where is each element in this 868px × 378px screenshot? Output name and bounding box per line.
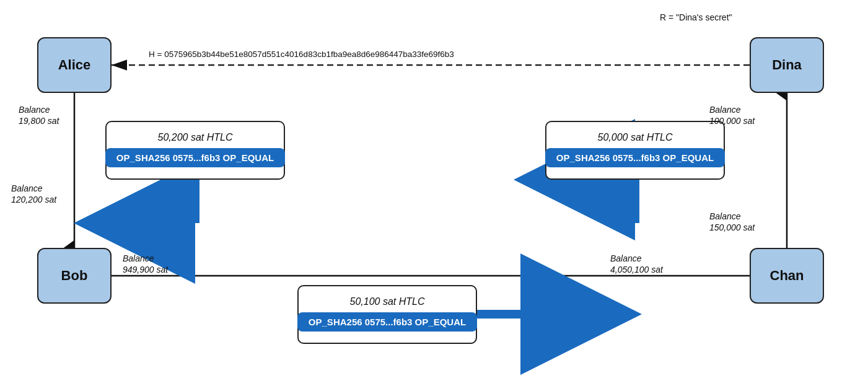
balance-alice-bottom: Balance120,200 sat [11,183,56,205]
balance-dina: Balance100,000 sat [709,104,755,126]
node-dina: Dina [750,37,824,93]
node-chan: Chan [750,248,824,304]
htlc-bob-chan: 50,100 sat HTLC OP_SHA256 0575...f6b3 OP… [297,285,477,344]
htlc-chan-dina-script: OP_SHA256 0575...f6b3 OP_EQUAL [545,148,725,167]
htlc-bob-chan-script: OP_SHA256 0575...f6b3 OP_EQUAL [297,312,477,332]
node-bob: Bob [37,248,112,304]
htlc-bob-chan-label: 50,100 sat HTLC [350,296,425,307]
htlc-alice-bob-label: 50,200 sat HTLC [158,132,233,143]
balance-bob-right: Balance949,900 sat [123,253,168,275]
node-alice: Alice [37,37,112,93]
hash-label: H = 0575965b3b44be51e8057d551c4016d83cb1… [149,50,454,59]
secret-label: R = "Dina's secret" [660,12,732,22]
htlc-alice-bob: 50,200 sat HTLC OP_SHA256 0575...f6b3 OP… [105,121,285,180]
htlc-chan-dina: 50,000 sat HTLC OP_SHA256 0575...f6b3 OP… [545,121,725,180]
balance-chan-top: Balance150,000 sat [709,211,755,233]
balance-chan-left: Balance4,050,100 sat [610,253,663,275]
diagram: Alice Bob Chan Dina 50,200 sat HTLC OP_S… [0,0,868,378]
htlc-chan-dina-label: 50,000 sat HTLC [598,132,673,143]
htlc-alice-bob-script: OP_SHA256 0575...f6b3 OP_EQUAL [105,148,285,167]
balance-alice-top: Balance19,800 sat [19,104,59,126]
